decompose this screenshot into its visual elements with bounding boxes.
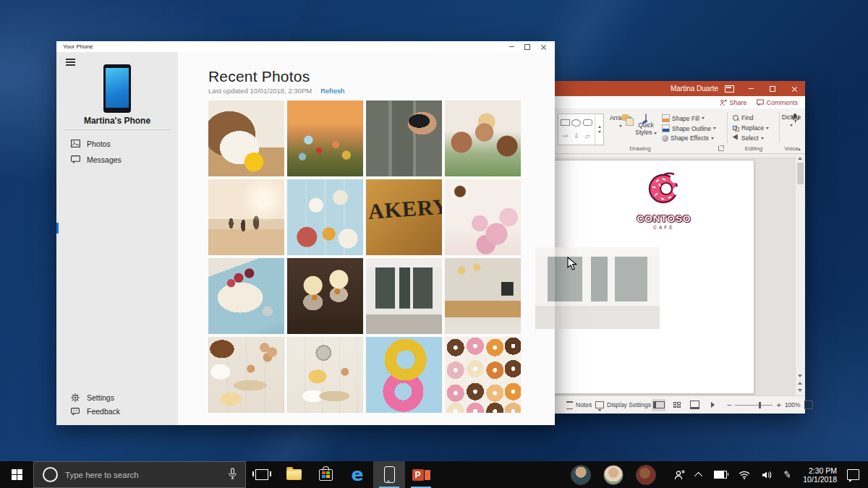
action-center-button[interactable] xyxy=(847,469,859,480)
photo-baking-flatlay-eggs[interactable] xyxy=(208,337,284,413)
scroll-down-icon[interactable] xyxy=(798,374,802,377)
sidebar-item-feedback[interactable]: Feedback xyxy=(56,405,178,418)
shapes-gallery[interactable]: ⇨ ⇩ ▱ xyxy=(558,114,604,145)
find-button[interactable]: Find xyxy=(733,114,754,121)
people-avatar-1[interactable] xyxy=(571,465,591,485)
down-arrow-shape-icon[interactable]: ⇩ xyxy=(574,133,579,140)
minimize-button[interactable] xyxy=(506,43,517,51)
share-icon xyxy=(720,99,727,106)
photo-family-beach-toy-plane[interactable] xyxy=(208,179,284,255)
photo-baking-ingredients-blue-table[interactable] xyxy=(287,179,363,255)
fit-slide-to-window-button[interactable] xyxy=(804,401,813,409)
ribbon-display-options-button[interactable] xyxy=(718,81,740,96)
your-phone-taskbar-button[interactable] xyxy=(373,461,405,488)
dropdown-arrow-icon xyxy=(702,117,705,119)
shape-outline-button[interactable]: Shape Outline xyxy=(662,124,716,132)
previous-slide-icon[interactable] xyxy=(798,382,802,385)
replace-button[interactable]: Replace xyxy=(733,124,769,132)
vertical-scrollbar[interactable] xyxy=(795,154,805,396)
right-arrow-shape-icon[interactable]: ⇨ xyxy=(563,133,569,140)
your-phone-titlebar[interactable]: Your Phone xyxy=(56,41,555,52)
volume-status[interactable] xyxy=(762,471,772,479)
drawing-dialog-launcher[interactable] xyxy=(718,145,724,151)
zoom-slider[interactable] xyxy=(735,405,773,406)
photo-pink-meringues-and-coffee[interactable] xyxy=(445,179,521,255)
sidebar-item-photos[interactable]: Photos xyxy=(56,137,178,150)
photo-two-donuts-on-blue[interactable] xyxy=(366,337,442,413)
photo-bakery-sign[interactable]: AKERY xyxy=(366,179,442,255)
powerpoint-icon: P xyxy=(412,469,430,481)
rectangle-shape-icon[interactable] xyxy=(561,119,570,126)
contoso-logo[interactable]: CONTOSO CAFE xyxy=(619,170,709,230)
shape-fill-button[interactable]: Shape Fill xyxy=(662,114,705,122)
next-slide-icon[interactable] xyxy=(798,389,802,392)
minimize-button[interactable] xyxy=(740,81,762,96)
sidebar-item-messages[interactable]: Messages xyxy=(56,153,178,166)
battery-status[interactable] xyxy=(714,471,727,479)
photo-dog-with-yellow-ball[interactable] xyxy=(208,100,284,176)
people-avatar-3[interactable] xyxy=(636,465,656,485)
windows-ink-button[interactable]: ✎ xyxy=(783,469,791,480)
powerpoint-taskbar-button[interactable]: P xyxy=(405,461,437,488)
close-button[interactable] xyxy=(783,81,805,96)
minimize-icon xyxy=(509,46,514,47)
zoom-slider-thumb[interactable] xyxy=(759,402,761,408)
powerpoint-titlebar[interactable]: Martina Duarte xyxy=(553,81,805,96)
taskbar-search-box[interactable]: Type here to search xyxy=(33,461,246,488)
start-button[interactable] xyxy=(0,461,33,488)
comments-button[interactable]: Comments xyxy=(757,99,798,106)
refresh-link[interactable]: Refresh xyxy=(320,87,344,95)
photo-berry-cheesecake[interactable] xyxy=(208,258,284,334)
shape-effects-button[interactable]: Shape Effects xyxy=(662,134,714,142)
hidden-icons-chevron[interactable] xyxy=(697,472,702,478)
photo-caramel-cupcakes[interactable] xyxy=(287,258,363,334)
normal-view-button[interactable] xyxy=(652,399,665,411)
maximize-button[interactable] xyxy=(762,81,783,96)
dropdown-arrow-icon xyxy=(711,137,714,140)
photo-assorted-donuts[interactable] xyxy=(445,337,521,413)
zoom-in-button[interactable]: + xyxy=(776,401,780,409)
photo-cafe-storefront[interactable] xyxy=(366,258,442,334)
scrollbar-thumb[interactable] xyxy=(797,163,804,184)
select-button[interactable]: Select xyxy=(733,134,764,142)
arrange-button[interactable]: Arrange xyxy=(608,114,633,129)
photo-cafe-interior[interactable] xyxy=(445,258,521,334)
slideshow-button[interactable] xyxy=(706,399,720,411)
maximize-button[interactable] xyxy=(522,43,533,51)
ribbon: ⇨ ⇩ ▱ Arrange Quick Styles xyxy=(553,108,805,154)
zoom-level[interactable]: 100% xyxy=(785,401,801,408)
edge-button[interactable]: e xyxy=(341,461,373,488)
photo-baking-utensils-flour[interactable] xyxy=(287,337,363,413)
file-explorer-button[interactable] xyxy=(278,461,310,488)
pen-icon: ✎ xyxy=(783,468,792,481)
sidebar-item-settings[interactable]: Settings xyxy=(56,391,178,404)
notes-button[interactable]: Notes xyxy=(566,396,592,414)
collapse-ribbon-icon[interactable] xyxy=(798,148,801,150)
people-bar-button[interactable] xyxy=(674,470,685,480)
zoom-out-button[interactable]: − xyxy=(727,401,731,409)
task-view-button[interactable] xyxy=(246,461,278,488)
taskbar-clock[interactable]: 2:30 PM 10/1/2018 xyxy=(803,466,837,484)
share-button[interactable]: Share xyxy=(720,99,746,106)
oval-shape-icon[interactable] xyxy=(571,119,581,127)
photo-family-selfie[interactable] xyxy=(445,100,521,176)
search-microphone-icon[interactable] xyxy=(229,468,237,482)
slide-sorter-view-button[interactable] xyxy=(670,399,684,411)
reading-view-button[interactable] xyxy=(688,399,702,411)
account-name[interactable]: Martina Duarte xyxy=(662,85,727,93)
scroll-up-icon[interactable] xyxy=(798,157,802,160)
hamburger-menu-button[interactable] xyxy=(66,59,75,67)
dictate-button[interactable]: Dictate xyxy=(780,114,802,128)
close-button[interactable] xyxy=(537,43,549,51)
people-avatar-2[interactable] xyxy=(603,465,624,485)
photo-wildflower-field-sunset[interactable] xyxy=(287,100,363,176)
shapes-gallery-scroll[interactable] xyxy=(595,114,603,145)
photo-sandals-on-cobblestones[interactable] xyxy=(366,100,442,176)
maximize-icon xyxy=(770,86,775,92)
rounded-rectangle-shape-icon[interactable] xyxy=(583,119,592,126)
wifi-status[interactable] xyxy=(739,471,750,479)
quick-styles-button[interactable]: Quick Styles xyxy=(634,114,658,136)
freeform-shape-icon[interactable]: ▱ xyxy=(585,133,590,140)
microsoft-store-button[interactable] xyxy=(310,461,341,488)
display-settings-button[interactable]: Display Settings xyxy=(595,396,651,414)
